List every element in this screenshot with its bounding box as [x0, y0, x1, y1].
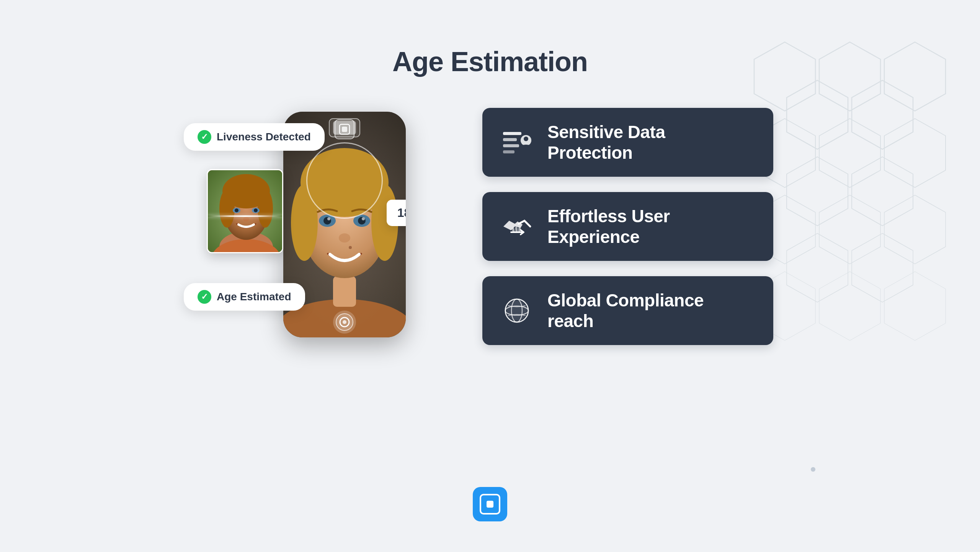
logo-inner	[480, 494, 500, 515]
svg-point-24	[258, 189, 273, 228]
phone-area: ✓ Liveness Detected	[207, 112, 406, 341]
phone-top-bar	[335, 119, 354, 139]
features-panel: Sensitive Data Protection	[482, 108, 773, 345]
svg-point-28	[254, 208, 258, 212]
svg-point-29	[243, 217, 249, 221]
user-experience-label: Effortless User Experience	[547, 206, 754, 247]
svg-rect-31	[342, 127, 347, 132]
id-card-icon	[501, 127, 532, 158]
page-wrapper: Age Estimation ✓ Liveness Detected	[0, 0, 980, 552]
logo-box	[473, 487, 507, 521]
liveness-check-icon: ✓	[198, 130, 211, 144]
scan-line	[208, 215, 282, 217]
svg-rect-54	[503, 138, 517, 141]
svg-rect-34	[333, 276, 356, 307]
svg-point-27	[235, 208, 238, 212]
svg-rect-53	[503, 132, 521, 135]
sensitive-data-label: Sensitive Data Protection	[547, 122, 754, 163]
svg-point-23	[219, 189, 235, 228]
thumbnail-face-svg	[208, 170, 283, 253]
svg-point-50	[343, 320, 346, 324]
logo-dot	[487, 501, 493, 508]
age-estimated-badge: ✓ Age Estimated	[184, 283, 305, 311]
age-estimated-label: Age Estimated	[217, 291, 291, 303]
bottom-logo	[473, 487, 507, 521]
globe-icon	[501, 295, 532, 326]
photo-thumbnail	[207, 169, 283, 253]
compliance-label: Global Compliance reach	[547, 290, 754, 331]
svg-point-46	[349, 246, 352, 249]
svg-rect-55	[503, 144, 519, 147]
phone-scan-icon	[335, 119, 354, 139]
liveness-label: Liveness Detected	[217, 131, 311, 143]
age-check-icon: ✓	[198, 290, 211, 304]
handshake-icon	[501, 211, 532, 242]
svg-point-65	[507, 301, 527, 321]
svg-rect-56	[503, 150, 514, 153]
face-circle-overlay	[306, 142, 383, 219]
age-indicator: 18+	[387, 200, 406, 226]
feature-card-compliance: Global Compliance reach	[482, 276, 773, 345]
svg-point-58	[524, 137, 528, 141]
svg-point-41	[327, 217, 330, 220]
feature-card-user-experience: Effortless User Experience	[482, 192, 773, 261]
svg-point-44	[362, 217, 365, 220]
page-title: Age Estimation	[392, 46, 588, 77]
main-section: ✓ Liveness Detected	[0, 108, 980, 345]
svg-point-45	[339, 233, 350, 243]
feature-card-sensitive-data: Sensitive Data Protection	[482, 108, 773, 177]
liveness-badge: ✓ Liveness Detected	[184, 123, 325, 151]
